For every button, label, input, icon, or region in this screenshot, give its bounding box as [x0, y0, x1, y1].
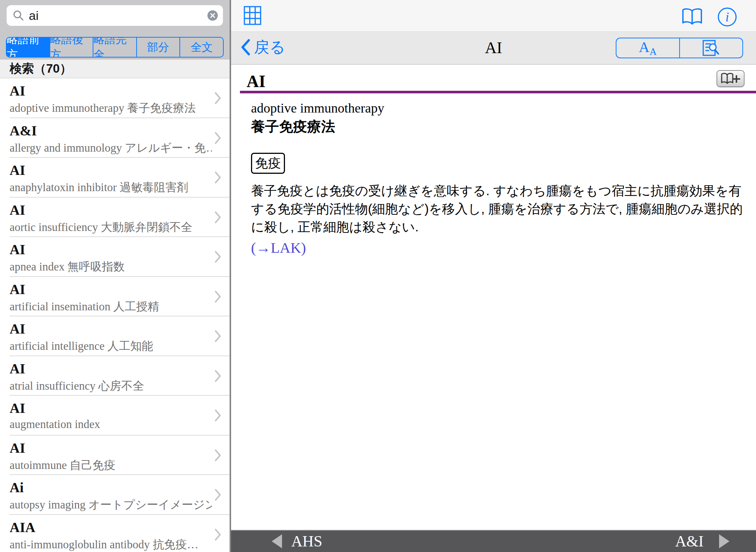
font-size-button[interactable]: AA: [616, 38, 680, 58]
previous-entry-label[interactable]: AHS: [291, 532, 322, 550]
search-value: ai: [29, 8, 38, 23]
chevron-right-icon: [214, 290, 221, 303]
list-item[interactable]: AI autoimmune 自己免疫: [0, 435, 230, 475]
category-tag: 免疫: [251, 153, 285, 174]
list-item-abbreviation: AI: [10, 360, 25, 377]
search-mode-segments: 略語前方略語後方略語完全部分全文: [6, 37, 224, 58]
list-item-definition: anti-immunoglobulin antibody 抗免疫…: [10, 537, 198, 552]
list-item-definition: autopsy imaging オートプシーイメージング: [10, 497, 212, 513]
list-item-definition: aortic insufficiency 大動脈弁閉鎖不全: [10, 220, 192, 235]
entry-japanese-term: 養子免疫療法: [251, 117, 335, 136]
chevron-right-icon: [214, 211, 221, 224]
font-size-glyph: AA: [639, 38, 657, 58]
list-item[interactable]: AI artificial insemination 人工授精: [0, 277, 230, 317]
top-toolbar: i: [231, 0, 756, 31]
list-item-abbreviation: A&I: [10, 123, 37, 139]
document-search-icon: [702, 39, 720, 57]
cross-reference-link[interactable]: (→LAK): [251, 239, 306, 256]
search-icon: [13, 10, 24, 21]
list-item-abbreviation: AIA: [10, 519, 35, 535]
list-item-definition: artificial insemination 人工授精: [10, 299, 159, 314]
list-item[interactable]: AI atrial insufficiency 心房不全: [0, 356, 230, 396]
dictionary-app: ai 略語前方略語後方略語完全部分全文 検索（70） AI adoptive i…: [0, 0, 756, 552]
segment-略語後方[interactable]: 略語後方: [50, 38, 94, 57]
entry-content: AI adoptive immunotherapy 養子免疫療法 免疫 養子免疫…: [231, 65, 756, 530]
entry-english-term: adoptive immunotherapy: [251, 100, 384, 116]
list-item[interactable]: Ai autopsy imaging オートプシーイメージング: [0, 475, 230, 515]
next-entry-label[interactable]: A&I: [675, 532, 704, 550]
search-in-page-button[interactable]: [680, 38, 743, 58]
next-entry-arrow-icon[interactable]: [719, 534, 729, 548]
search-toolbar: ai 略語前方略語後方略語完全部分全文: [0, 0, 230, 59]
entry-panel: i 戻る AI AA: [231, 0, 756, 552]
entry-headword: AI: [247, 72, 265, 91]
chevron-right-icon: [214, 449, 221, 462]
list-item[interactable]: AIA anti-immunoglobulin antibody 抗免疫…: [0, 515, 230, 552]
search-input[interactable]: ai: [7, 5, 223, 26]
list-item-definition: augmentation index: [10, 418, 100, 431]
info-circle-icon[interactable]: i: [717, 7, 738, 27]
list-item[interactable]: AI artificial intelligence 人工知能: [0, 316, 230, 356]
list-item-abbreviation: AI: [10, 400, 25, 416]
clear-search-icon[interactable]: [207, 10, 218, 21]
chevron-right-icon: [214, 171, 221, 184]
prev-next-bar: AHS A&I: [231, 530, 756, 552]
segment-略語前方[interactable]: 略語前方: [7, 38, 50, 57]
list-item-abbreviation: AI: [10, 241, 25, 258]
add-bookmark-book-icon: [721, 72, 740, 85]
search-sidebar: ai 略語前方略語後方略語完全部分全文 検索（70） AI adoptive i…: [0, 0, 230, 552]
list-item[interactable]: AI aortic insufficiency 大動脈弁閉鎖不全: [0, 197, 230, 237]
add-bookmark-button[interactable]: [717, 70, 745, 87]
navigation-bar: 戻る AI AA: [231, 31, 756, 65]
list-item-abbreviation: AI: [10, 202, 25, 218]
segment-全文[interactable]: 全文: [180, 38, 223, 57]
chevron-right-icon: [214, 250, 221, 263]
chevron-right-icon: [214, 409, 221, 422]
results-count-header: 検索（70）: [0, 59, 230, 78]
chevron-right-icon: [214, 369, 221, 383]
list-item-abbreviation: AI: [10, 440, 25, 456]
list-item-abbreviation: AI: [10, 162, 25, 178]
chevron-right-icon: [214, 330, 221, 343]
list-item-definition: artificial intelligence 人工知能: [10, 338, 153, 354]
list-item[interactable]: A&I allergy and immunology アレルギー・免…: [0, 118, 230, 158]
segment-略語完全[interactable]: 略語完全: [93, 38, 137, 57]
list-item-abbreviation: AI: [10, 83, 25, 99]
list-item-definition: apnea index 無呼吸指数: [10, 259, 125, 275]
list-item[interactable]: AI augmentation index: [0, 396, 230, 435]
list-item-definition: adoptive immunotherapy 養子免疫療法: [10, 100, 196, 116]
list-item-abbreviation: AI: [10, 281, 25, 297]
list-item-definition: autoimmune 自己免疫: [10, 458, 116, 473]
list-item-definition: anaphylatoxin inhibitor 過敏毒阻害剤: [10, 180, 188, 195]
list-item-definition: allergy and immunology アレルギー・免…: [10, 140, 212, 156]
entry-description: 養子免疫とは免疫の受け継ぎを意味する. すなわち腫瘍をもつ宿主に抗腫瘍効果を有す…: [251, 182, 750, 236]
list-item[interactable]: AI adoptive immunotherapy 養子免疫療法: [0, 78, 230, 118]
chevron-right-icon: [214, 131, 221, 145]
apps-grid-icon[interactable]: [244, 6, 261, 25]
navbar-tools-segments: AA: [616, 38, 743, 58]
list-item-abbreviation: Ai: [10, 479, 24, 496]
chevron-right-icon: [214, 528, 221, 541]
chevron-right-icon: [214, 92, 221, 105]
result-list: AI adoptive immunotherapy 養子免疫療法 A&I all…: [0, 78, 230, 552]
list-item-definition: atrial insufficiency 心房不全: [10, 378, 144, 394]
list-item-abbreviation: AI: [10, 321, 25, 337]
segment-部分[interactable]: 部分: [137, 38, 181, 57]
previous-entry-arrow-icon[interactable]: [272, 534, 282, 548]
entry-divider-rule: [240, 91, 756, 93]
chevron-right-icon: [214, 488, 221, 501]
open-book-icon[interactable]: [681, 7, 703, 27]
list-item[interactable]: AI apnea index 無呼吸指数: [0, 237, 230, 277]
list-item[interactable]: AI anaphylatoxin inhibitor 過敏毒阻害剤: [0, 158, 230, 197]
svg-text:i: i: [725, 10, 729, 24]
